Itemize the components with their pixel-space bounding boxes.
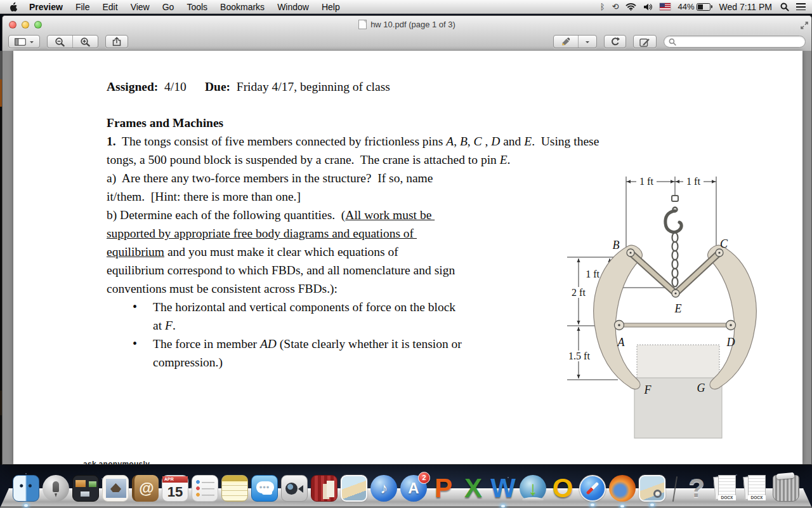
- missing-app-glyph: ?: [688, 475, 705, 502]
- app-store-glyph: A: [408, 475, 419, 502]
- zoom-out-button[interactable]: [48, 36, 72, 48]
- pin-label-c: C: [720, 237, 728, 250]
- iphoto-dock-icon[interactable]: [341, 475, 367, 502]
- calendar-dock-icon[interactable]: APR15: [162, 475, 188, 502]
- share-button[interactable]: [105, 35, 128, 48]
- undo-button[interactable]: [604, 35, 626, 48]
- clipped-footer-text: ask anonymously: [83, 460, 150, 464]
- annotate-menu-button[interactable]: [578, 36, 596, 48]
- dock: @APR15•••♪A2PXW↓O?DOCXDOCX: [0, 469, 812, 508]
- menu-item-file[interactable]: File: [69, 0, 96, 14]
- undo-icon: [610, 37, 620, 46]
- view-menu-button[interactable]: [8, 35, 40, 48]
- document-area: Assigned: 4/10 Due: Friday 4/17, beginni…: [3, 51, 811, 464]
- photo-booth-dock-icon[interactable]: [311, 475, 337, 502]
- facetime-dock-icon[interactable]: [281, 475, 308, 502]
- dim-bottom: 1.5 ft: [568, 351, 590, 361]
- document-line: tongs, a 500 pound block is suspended by…: [107, 150, 802, 169]
- wifi-icon[interactable]: [625, 3, 636, 11]
- zoom-in-button[interactable]: [72, 36, 98, 48]
- pin-label-d: D: [726, 336, 735, 349]
- excel-dock-icon[interactable]: X: [460, 475, 487, 502]
- keyboard-layout-flag-icon[interactable]: [660, 3, 671, 10]
- battery-percent: 44%: [678, 2, 694, 11]
- grip-label-f: F: [644, 384, 652, 396]
- powerpoint-glyph: P: [435, 475, 452, 502]
- contacts-glyph: @: [139, 479, 154, 497]
- file-type-label: DOCX: [748, 495, 766, 500]
- menu-item-go[interactable]: Go: [156, 0, 181, 14]
- spotlight-icon[interactable]: [780, 3, 789, 11]
- firefox-dock-icon[interactable]: [609, 475, 636, 502]
- missing-app-dock-icon[interactable]: ?: [683, 475, 710, 502]
- crane-hook: [665, 196, 681, 287]
- mission-control-dock-icon[interactable]: [72, 475, 99, 502]
- highlighter-icon: [561, 37, 571, 46]
- pin-label-a: A: [617, 336, 625, 349]
- volume-icon[interactable]: [643, 3, 653, 11]
- markup-button[interactable]: [633, 35, 657, 48]
- menu-clock[interactable]: Wed 7:11 PM: [717, 2, 773, 12]
- annotate-button[interactable]: [554, 36, 578, 48]
- chevron-down-icon: [30, 41, 34, 45]
- battery-icon: [697, 3, 710, 11]
- itunes-glyph: ♪: [380, 479, 388, 497]
- time-machine-icon[interactable]: ⟲: [612, 2, 619, 11]
- launchpad-dock-icon[interactable]: [43, 475, 69, 502]
- itunes-dock-icon[interactable]: ♪: [370, 475, 397, 502]
- zoom-window-button[interactable]: [34, 21, 42, 29]
- running-indicator: [591, 504, 594, 506]
- menu-item-bookmarks[interactable]: Bookmarks: [214, 0, 271, 14]
- trash-dock-icon[interactable]: [773, 475, 799, 502]
- fullscreen-icon[interactable]: [801, 20, 808, 32]
- zoom-control: [47, 35, 98, 48]
- apple-menu-icon[interactable]: [9, 2, 18, 12]
- menu-item-tools[interactable]: Tools: [180, 0, 214, 14]
- safari-dock-icon[interactable]: [579, 475, 606, 502]
- outlook-glyph: O: [553, 475, 573, 502]
- notes-dock-icon[interactable]: [221, 475, 248, 502]
- notification-badge: 2: [418, 472, 430, 484]
- download-manager-dock-icon[interactable]: ↓: [520, 475, 546, 502]
- toolbar: [3, 33, 811, 50]
- zoom-in-icon: [80, 37, 91, 47]
- pdf-page: Assigned: 4/10 Due: Friday 4/17, beginni…: [13, 51, 802, 464]
- docx-file-2-dock-icon[interactable]: DOCX: [743, 475, 769, 502]
- messages-glyph: •••: [259, 483, 270, 492]
- battery-status[interactable]: 44%: [678, 2, 710, 11]
- menu-item-view[interactable]: View: [124, 0, 156, 14]
- minimize-button[interactable]: [22, 21, 29, 29]
- window-chrome: hw 10.pdf (page 1 of 3): [3, 16, 811, 51]
- bluetooth-icon[interactable]: ᛒ: [600, 2, 605, 11]
- pdf-doc-icon: [358, 20, 367, 29]
- messages-dock-icon[interactable]: •••: [251, 475, 278, 502]
- tongs-figure: 1 ft 1 ft 1 ft 2 ft: [558, 171, 757, 448]
- finder-dock-icon[interactable]: [13, 475, 39, 502]
- search-input[interactable]: [679, 37, 801, 47]
- word-dock-icon[interactable]: W: [490, 475, 516, 502]
- reminders-dock-icon[interactable]: [192, 475, 218, 502]
- title-bar[interactable]: hw 10.pdf (page 1 of 3): [3, 16, 811, 33]
- powerpoint-dock-icon[interactable]: P: [430, 475, 457, 502]
- running-indicator: [650, 504, 654, 506]
- menu-item-preview[interactable]: Preview: [23, 0, 69, 14]
- contacts-dock-icon[interactable]: @: [132, 475, 159, 502]
- outlook-dock-icon[interactable]: O: [549, 475, 576, 502]
- menu-items: Preview File Edit View Go Tools Bookmark…: [6, 0, 346, 14]
- docx-file-1-dock-icon[interactable]: DOCX: [713, 475, 740, 502]
- dock-icons: @APR15•••♪A2PXW↓O?DOCXDOCX: [13, 475, 799, 502]
- zoom-out-icon: [55, 37, 65, 47]
- file-type-label: DOCX: [718, 495, 736, 500]
- menu-item-help[interactable]: Help: [315, 0, 346, 14]
- menu-item-window[interactable]: Window: [271, 0, 315, 14]
- preview-dock-icon[interactable]: [639, 475, 665, 502]
- app-store-dock-icon[interactable]: A2: [400, 475, 427, 502]
- dock-divider: [669, 475, 680, 502]
- notification-center-icon[interactable]: [796, 3, 806, 10]
- close-button[interactable]: [9, 21, 16, 29]
- mail-dock-icon[interactable]: [102, 475, 129, 502]
- annotate-control: [553, 35, 597, 48]
- menu-item-edit[interactable]: Edit: [96, 0, 124, 14]
- search-field[interactable]: [664, 36, 806, 48]
- window-title-text: hw 10.pdf (page 1 of 3): [370, 20, 455, 29]
